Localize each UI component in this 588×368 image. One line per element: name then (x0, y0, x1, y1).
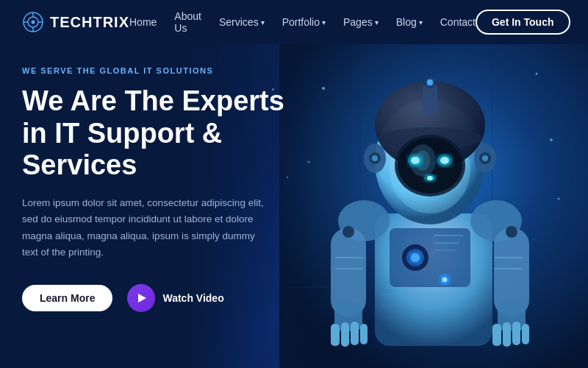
svg-rect-59 (498, 302, 526, 331)
svg-rect-12 (390, 228, 470, 287)
svg-point-73 (536, 73, 538, 75)
pages-chevron: ▾ (375, 18, 379, 26)
play-triangle (138, 294, 146, 302)
svg-rect-54 (331, 324, 340, 346)
svg-point-49 (427, 79, 433, 85)
get-in-touch-button[interactable]: Get In Touch (476, 10, 570, 35)
navbar: TECHTRIX Home About Us Services ▾ Portfo… (0, 0, 588, 44)
nav-about[interactable]: About Us (174, 10, 201, 34)
svg-point-64 (343, 226, 354, 238)
svg-point-40 (427, 176, 433, 180)
svg-point-75 (550, 138, 553, 141)
robot-background (279, 44, 588, 368)
svg-point-2 (32, 21, 35, 24)
hero-title: We Are The Experts in IT Support & Servi… (22, 85, 301, 182)
svg-rect-61 (503, 322, 511, 347)
nav-services[interactable]: Services ▾ (219, 16, 265, 28)
nav-links: Home About Us Services ▾ Portfolio ▾ Pag… (129, 10, 476, 34)
robot-svg (287, 52, 573, 368)
logo-icon (22, 11, 44, 33)
svg-point-37 (411, 157, 420, 164)
watch-video-label: Watch Video (162, 292, 223, 304)
nav-home[interactable]: Home (129, 16, 157, 28)
services-chevron: ▾ (261, 18, 265, 26)
nav-blog[interactable]: Blog ▾ (396, 16, 423, 28)
svg-point-65 (506, 226, 517, 238)
hero-content: WE SERVE THE GLOBAL IT SOLUTIONS We Are … (22, 66, 301, 312)
hero-description: Lorem ipsum dolor sit amet, consectetur … (22, 195, 272, 261)
svg-point-76 (558, 198, 560, 200)
blog-chevron: ▾ (419, 18, 423, 26)
svg-point-46 (482, 155, 488, 161)
svg-rect-57 (360, 324, 368, 344)
svg-point-71 (442, 277, 448, 283)
svg-point-72 (322, 87, 325, 90)
svg-point-38 (440, 157, 449, 164)
portfolio-chevron: ▾ (322, 18, 326, 26)
nav-portfolio[interactable]: Portfolio ▾ (282, 16, 326, 28)
watch-video-button[interactable]: Watch Video (127, 284, 223, 312)
svg-rect-55 (341, 322, 349, 347)
learn-more-button[interactable]: Learn More (22, 285, 112, 311)
nav-pages[interactable]: Pages ▾ (343, 16, 379, 28)
logo: TECHTRIX (22, 11, 129, 33)
hero-subtitle: WE SERVE THE GLOBAL IT SOLUTIONS (22, 66, 301, 75)
svg-point-44 (372, 155, 378, 161)
brand-name: TECHTRIX (50, 14, 129, 31)
svg-point-15 (411, 253, 420, 262)
svg-rect-47 (423, 85, 437, 114)
svg-rect-56 (351, 322, 359, 345)
play-button-icon (127, 284, 155, 312)
hero-section: WE SERVE THE GLOBAL IT SOLUTIONS We Are … (0, 44, 588, 368)
svg-rect-63 (522, 324, 529, 344)
svg-rect-60 (492, 324, 501, 346)
svg-rect-62 (512, 322, 520, 345)
hero-buttons: Learn More Watch Video (22, 284, 301, 312)
nav-contact[interactable]: Contact (440, 16, 476, 28)
